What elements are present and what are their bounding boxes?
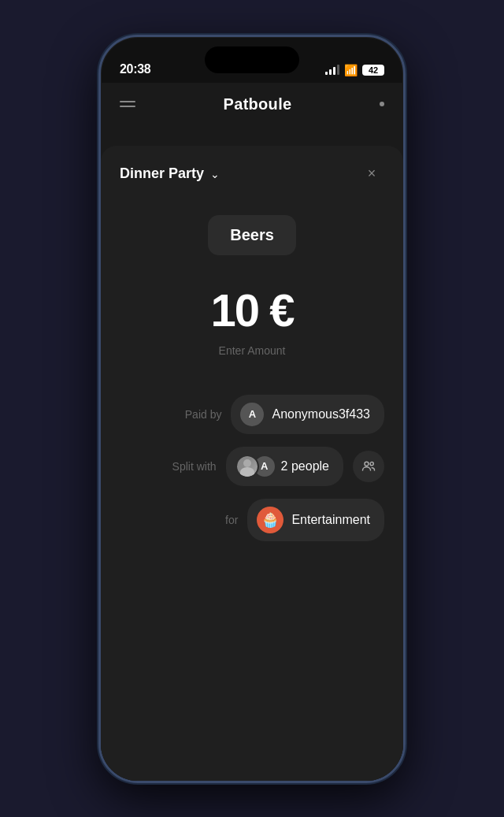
battery-badge: 42 <box>362 65 384 76</box>
app-content: Patboule Dinner Party ⌄ × Beers <box>101 83 403 781</box>
field-rows: Paid by A Anonymous3f433 Split with <box>120 395 384 541</box>
category-icon-circle: 🧁 <box>257 507 284 533</box>
amount-display[interactable]: 10 € <box>211 284 294 336</box>
for-label: for <box>183 514 238 526</box>
wifi-icon: 📶 <box>344 64 358 76</box>
app-title: Patboule <box>224 95 292 113</box>
more-button[interactable] <box>380 102 384 106</box>
svg-point-0 <box>365 462 369 466</box>
paid-by-name: Anonymous3f433 <box>272 407 370 421</box>
amount-text: 10 € <box>211 284 294 336</box>
avatar-face-icon <box>237 456 258 477</box>
status-icons: 📶 42 <box>325 64 384 76</box>
manage-group-button[interactable] <box>353 451 384 482</box>
svg-point-1 <box>370 462 373 465</box>
modal-sheet: Dinner Party ⌄ × Beers 10 € Enter Amount <box>101 146 403 781</box>
expense-name: Beers <box>230 226 274 243</box>
close-button[interactable]: × <box>359 162 384 187</box>
split-with-row: Split with A 2 people <box>120 447 384 486</box>
split-with-pill[interactable]: A 2 people <box>226 447 343 486</box>
category-emoji: 🧁 <box>261 511 279 529</box>
split-avatars: A <box>235 455 276 478</box>
modal-header: Dinner Party ⌄ × <box>101 146 403 199</box>
enter-amount-label: Enter Amount <box>219 344 286 357</box>
category-text: Entertainment <box>291 513 370 527</box>
top-nav: Patboule <box>101 83 403 126</box>
paid-by-row: Paid by A Anonymous3f433 <box>120 395 384 434</box>
modal-title: Dinner Party <box>120 165 204 182</box>
expense-name-badge[interactable]: Beers <box>208 215 296 255</box>
dynamic-island <box>205 46 299 73</box>
paid-by-avatar: A <box>240 403 264 426</box>
modal-body: Beers 10 € Enter Amount Paid by A Anonym <box>101 199 403 573</box>
category-row: for 🧁 Entertainment <box>120 499 384 541</box>
group-icon <box>361 459 376 474</box>
paid-by-pill[interactable]: A Anonymous3f433 <box>231 395 384 434</box>
signal-icon <box>325 65 339 75</box>
menu-line-1 <box>120 101 135 102</box>
phone-frame: 20:38 📶 42 Patboule <box>98 35 406 783</box>
paid-by-label: Paid by <box>166 408 221 421</box>
split-avatar-1 <box>235 455 259 478</box>
status-time: 20:38 <box>120 62 150 76</box>
menu-button[interactable] <box>120 101 135 107</box>
split-people-text: 2 people <box>281 459 329 473</box>
split-with-label: Split with <box>161 460 217 473</box>
category-pill[interactable]: 🧁 Entertainment <box>247 499 384 541</box>
chevron-down-icon: ⌄ <box>210 168 220 180</box>
modal-title-group[interactable]: Dinner Party ⌄ <box>120 165 220 182</box>
menu-line-2 <box>120 106 135 107</box>
